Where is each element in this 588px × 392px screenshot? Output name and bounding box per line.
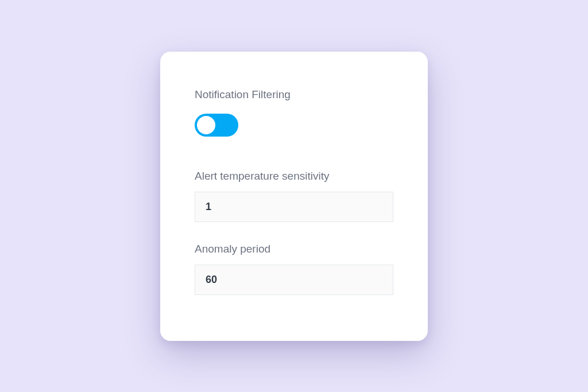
settings-card: Notification Filtering Alert temperature… <box>160 52 428 341</box>
notification-filtering-toggle[interactable] <box>195 114 238 137</box>
anomaly-label: Anomaly period <box>195 243 393 255</box>
toggle-knob <box>197 116 215 134</box>
sensitivity-label: Alert temperature sensitivity <box>195 170 393 183</box>
section-title: Notification Filtering <box>195 88 393 101</box>
sensitivity-input[interactable] <box>195 192 393 222</box>
anomaly-field-group: Anomaly period <box>195 243 393 295</box>
anomaly-input[interactable] <box>195 265 393 295</box>
sensitivity-field-group: Alert temperature sensitivity <box>195 170 393 222</box>
